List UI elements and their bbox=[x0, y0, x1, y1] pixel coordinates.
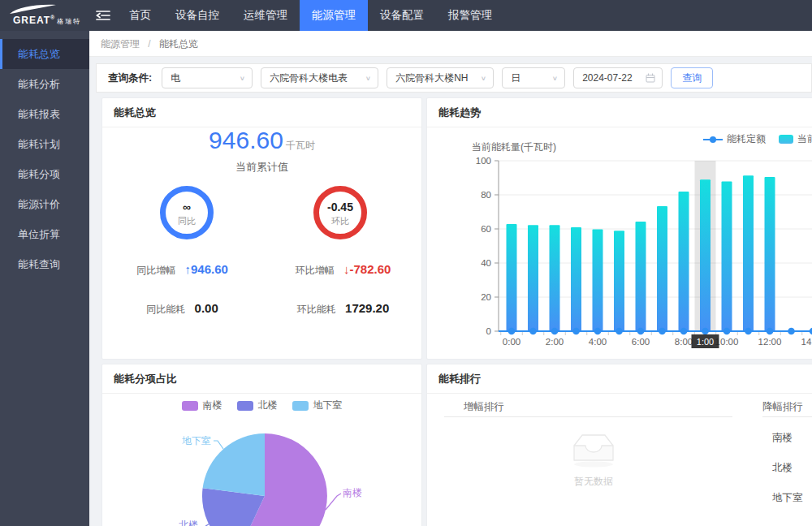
bar-1:00 bbox=[528, 225, 538, 331]
select-value: 日 bbox=[511, 71, 520, 85]
sidebar-item-1[interactable]: 能耗分析 bbox=[0, 69, 89, 99]
sidebar-item-4[interactable]: 能耗分项 bbox=[0, 159, 89, 189]
svg-text:4:00: 4:00 bbox=[589, 337, 607, 347]
query-select-3[interactable]: 日∨ bbox=[502, 67, 565, 88]
energy-trend-card: 能耗趋势 能耗定额 当前能耗 当前能耗量(千瓦时) 0204060801000:… bbox=[426, 97, 812, 360]
select-value: 电 bbox=[171, 71, 180, 85]
yoy-ring: ∞ 同比 bbox=[160, 186, 214, 239]
topnav-item-0[interactable]: 首页 bbox=[117, 0, 163, 31]
pie-chart-canvas[interactable]: 南楼北楼地下室 bbox=[102, 394, 423, 526]
quota-dot-2:00 bbox=[551, 328, 559, 335]
bar-7:00 bbox=[657, 206, 667, 331]
svg-text:6:00: 6:00 bbox=[632, 337, 650, 347]
query-select-0[interactable]: 电∨ bbox=[162, 67, 253, 88]
search-button[interactable]: 查询 bbox=[671, 67, 713, 88]
bar-9:00 bbox=[700, 179, 710, 331]
svg-text:8:00: 8:00 bbox=[675, 337, 693, 347]
quota-dot-7:00 bbox=[659, 328, 666, 335]
total-energy-value: 946.60千瓦时 bbox=[102, 127, 421, 154]
quota-dot-13:00 bbox=[788, 328, 795, 335]
topnav-item-2[interactable]: 运维管理 bbox=[231, 0, 300, 31]
svg-text:1:00: 1:00 bbox=[697, 337, 714, 347]
query-label: 查询条件: bbox=[108, 71, 152, 85]
bar-3:00 bbox=[571, 227, 581, 331]
quota-dot-1:00 bbox=[529, 328, 537, 335]
date-value: 2024-07-22 bbox=[582, 72, 632, 84]
menu-collapse-icon[interactable] bbox=[89, 0, 117, 31]
svg-text:20: 20 bbox=[481, 292, 491, 302]
empty-inbox-icon bbox=[568, 428, 620, 468]
breadcrumb-section[interactable]: 能源管理 bbox=[101, 38, 140, 50]
chevron-down-icon: ∨ bbox=[481, 75, 486, 82]
bar-4:00 bbox=[593, 229, 603, 331]
pie-card-title: 能耗分项占比 bbox=[102, 364, 421, 394]
mom-growth-stat: 环比增幅 ↓-782.60 bbox=[263, 262, 423, 278]
query-toolbar: 查询条件: 电∨六院骨科大楼电表∨六院骨科大楼NH∨日∨ 2024-07-22 … bbox=[96, 63, 812, 93]
bar-5:00 bbox=[614, 231, 624, 331]
sidebar: 能耗总览能耗分析能耗报表能耗计划能耗分项能源计价单位折算能耗查询 bbox=[0, 31, 89, 526]
bar-8:00 bbox=[679, 192, 689, 331]
query-select-2[interactable]: 六院骨科大楼NH∨ bbox=[387, 67, 494, 88]
decrease-ranking-header: 降幅排行 bbox=[762, 400, 803, 414]
query-select-1[interactable]: 六院骨科大楼电表∨ bbox=[261, 67, 378, 88]
logo-text: GREAT®格瑞特 bbox=[13, 15, 81, 26]
ranking-item-2: 地下室 bbox=[772, 483, 803, 513]
svg-text:80: 80 bbox=[481, 190, 491, 200]
topnav-item-3[interactable]: 能源管理 bbox=[300, 0, 368, 31]
pie-label-北楼: 北楼 bbox=[179, 520, 198, 526]
breadcrumb: 能源管理 / 能耗总览 bbox=[89, 31, 812, 57]
svg-text:100: 100 bbox=[476, 156, 491, 166]
svg-text:14:00: 14:00 bbox=[801, 337, 812, 347]
trend-card-title: 能耗趋势 bbox=[427, 98, 812, 127]
trend-chart-canvas[interactable]: 0204060801000:002:004:006:008:0010:0012:… bbox=[427, 127, 812, 360]
breadcrumb-separator: / bbox=[148, 38, 150, 50]
topnav-item-5[interactable]: 报警管理 bbox=[436, 0, 504, 31]
sidebar-item-3[interactable]: 能耗计划 bbox=[0, 129, 89, 159]
total-energy-caption: 当前累计值 bbox=[102, 160, 421, 175]
bar-0:00 bbox=[507, 224, 517, 331]
sidebar-item-5[interactable]: 能源计价 bbox=[0, 189, 89, 219]
bar-10:00 bbox=[722, 182, 732, 331]
pie-slice-地下室 bbox=[203, 433, 265, 496]
chevron-down-icon: ∨ bbox=[365, 75, 371, 82]
sidebar-item-2[interactable]: 能耗报表 bbox=[0, 99, 89, 129]
select-value: 六院骨科大楼电表 bbox=[270, 71, 348, 85]
brand-logo: GREAT®格瑞特 bbox=[0, 0, 89, 31]
sidebar-item-7[interactable]: 能耗查询 bbox=[0, 249, 89, 279]
energy-ranking-card: 能耗排行 增幅排行 降幅排行 暂无数据 南楼北楼地下室 bbox=[426, 364, 812, 526]
bar-6:00 bbox=[636, 222, 646, 331]
bar-11:00 bbox=[743, 175, 754, 331]
ranking-item-1: 北楼 bbox=[772, 453, 803, 483]
quota-dot-0:00 bbox=[508, 328, 516, 335]
select-value: 六院骨科大楼NH bbox=[395, 71, 468, 85]
quota-dot-9:00 bbox=[702, 328, 709, 335]
empty-state-text: 暂无数据 bbox=[537, 475, 650, 489]
topnav-items: 首页设备自控运维管理能源管理设备配置报警管理 bbox=[117, 0, 504, 31]
sidebar-item-0[interactable]: 能耗总览 bbox=[0, 39, 89, 69]
yoy-energy-stat: 同比能耗 0.00 bbox=[102, 301, 262, 317]
svg-text:0:00: 0:00 bbox=[503, 337, 520, 347]
topnav-item-1[interactable]: 设备自控 bbox=[163, 0, 231, 31]
mom-energy-stat: 环比能耗 1729.20 bbox=[263, 301, 423, 317]
main-content: 能源管理 / 能耗总览 查询条件: 电∨六院骨科大楼电表∨六院骨科大楼NH∨日∨… bbox=[89, 31, 812, 526]
bar-2:00 bbox=[550, 225, 560, 331]
ranking-card-title: 能耗排行 bbox=[427, 364, 812, 394]
quota-dot-8:00 bbox=[680, 328, 688, 335]
topnav-item-4[interactable]: 设备配置 bbox=[368, 0, 436, 31]
quota-dot-5:00 bbox=[615, 328, 623, 335]
increase-ranking-header: 增幅排行 bbox=[464, 400, 504, 414]
mom-ring: -0.45 环比 bbox=[313, 186, 367, 239]
svg-text:60: 60 bbox=[481, 224, 491, 234]
ranking-item-0: 南楼 bbox=[772, 423, 803, 453]
svg-text:2:00: 2:00 bbox=[546, 337, 564, 347]
query-selects: 电∨六院骨科大楼电表∨六院骨科大楼NH∨日∨ bbox=[162, 67, 565, 88]
bar-12:00 bbox=[765, 177, 775, 331]
date-picker[interactable]: 2024-07-22 bbox=[573, 67, 663, 88]
sidebar-item-6[interactable]: 单位折算 bbox=[0, 219, 89, 249]
chevron-down-icon: ∨ bbox=[240, 75, 245, 82]
quota-dot-6:00 bbox=[637, 328, 645, 335]
decrease-ranking-list: 南楼北楼地下室 bbox=[772, 423, 803, 513]
pie-label-南楼: 南楼 bbox=[343, 487, 362, 498]
logo-swoosh-icon bbox=[10, 4, 57, 15]
svg-text:12:00: 12:00 bbox=[758, 337, 782, 347]
